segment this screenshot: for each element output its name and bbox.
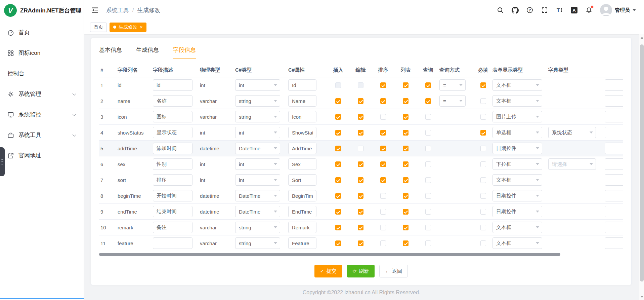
- checkbox-list[interactable]: [403, 240, 409, 246]
- tag-generate-edit[interactable]: 生成修改 ×: [110, 23, 146, 32]
- checkbox-query[interactable]: [425, 240, 431, 246]
- display-select[interactable]: 文本框: [492, 95, 542, 107]
- desc-input[interactable]: [153, 222, 192, 233]
- checkbox-insert[interactable]: [335, 161, 341, 167]
- checkbox-edit[interactable]: [358, 130, 363, 136]
- search-icon[interactable]: [497, 6, 504, 14]
- desc-input[interactable]: [153, 79, 192, 91]
- display-select[interactable]: 文本框: [492, 237, 542, 249]
- cstype-select[interactable]: DateTime: [235, 206, 280, 217]
- checkbox-sort[interactable]: [380, 146, 386, 151]
- checkbox-insert[interactable]: [335, 240, 341, 246]
- extra-input[interactable]: [605, 158, 623, 170]
- cstype-select[interactable]: string: [235, 111, 280, 122]
- checkbox-query[interactable]: [425, 225, 431, 230]
- checkbox-list[interactable]: [403, 82, 409, 88]
- refresh-button[interactable]: ⟳ 刷新: [347, 265, 375, 277]
- checkbox-required[interactable]: [480, 209, 486, 215]
- checkbox-query[interactable]: [425, 209, 431, 215]
- checkbox-sort[interactable]: [380, 161, 386, 167]
- sidebar-item-console[interactable]: 控制台: [0, 63, 84, 84]
- checkbox-insert[interactable]: [335, 114, 341, 120]
- app-logo[interactable]: V ZRAdmin.NET后台管理: [0, 0, 84, 21]
- cstype-select[interactable]: int: [235, 174, 280, 186]
- desc-input[interactable]: [153, 127, 192, 138]
- font-size-icon[interactable]: T: [556, 6, 563, 14]
- tag-home[interactable]: 首页: [90, 23, 107, 32]
- checkbox-list[interactable]: [403, 146, 409, 151]
- checkbox-insert[interactable]: [335, 193, 341, 199]
- checkbox-required[interactable]: [480, 82, 486, 88]
- checkbox-sort[interactable]: [380, 177, 386, 183]
- desc-input[interactable]: [153, 190, 192, 201]
- desc-input[interactable]: [153, 158, 192, 170]
- extra-input[interactable]: [605, 127, 623, 138]
- checkbox-edit[interactable]: [358, 82, 363, 88]
- help-icon[interactable]: ?: [526, 6, 533, 14]
- user-menu[interactable]: 管理员: [600, 4, 636, 16]
- checkbox-required[interactable]: [480, 130, 486, 136]
- checkbox-edit[interactable]: [358, 161, 363, 167]
- cstype-select[interactable]: int: [235, 79, 280, 91]
- submit-button[interactable]: ✓ 提交: [314, 265, 342, 277]
- theme-drawer-handle[interactable]: [0, 147, 5, 176]
- desc-input[interactable]: [153, 143, 192, 154]
- checkbox-required[interactable]: [480, 240, 486, 246]
- cstype-select[interactable]: int: [235, 127, 280, 138]
- desc-input[interactable]: [153, 95, 192, 107]
- csattr-input[interactable]: [288, 174, 316, 186]
- csattr-input[interactable]: [288, 79, 316, 91]
- back-button[interactable]: ← 返回: [379, 265, 408, 277]
- checkbox-list[interactable]: [403, 130, 409, 136]
- checkbox-query[interactable]: [425, 114, 431, 120]
- cstype-select[interactable]: string: [235, 95, 280, 107]
- checkbox-sort[interactable]: [380, 225, 386, 230]
- display-select[interactable]: 下拉框: [492, 158, 542, 170]
- checkbox-query[interactable]: [425, 161, 431, 167]
- csattr-input[interactable]: [288, 95, 316, 107]
- checkbox-sort[interactable]: [380, 209, 386, 215]
- checkbox-sort[interactable]: [380, 114, 386, 120]
- avatar[interactable]: [600, 4, 612, 16]
- csattr-input[interactable]: [288, 127, 316, 138]
- csattr-input[interactable]: [288, 143, 316, 154]
- csattr-input[interactable]: [288, 111, 316, 122]
- checkbox-edit[interactable]: [358, 193, 363, 199]
- github-icon[interactable]: [511, 6, 519, 14]
- extra-input[interactable]: [605, 190, 623, 201]
- desc-input[interactable]: [153, 237, 192, 249]
- checkbox-required[interactable]: [480, 177, 486, 183]
- checkbox-sort[interactable]: [380, 130, 386, 136]
- checkbox-query[interactable]: [425, 193, 431, 199]
- checkbox-query[interactable]: [425, 177, 431, 183]
- checkbox-list[interactable]: [403, 209, 409, 215]
- sidebar-item-system-manage[interactable]: 系统管理: [0, 84, 84, 104]
- cstype-select[interactable]: string: [235, 222, 280, 233]
- sidebar-item-icons[interactable]: 图标icon: [0, 43, 84, 63]
- csattr-input[interactable]: [288, 158, 316, 170]
- checkbox-list[interactable]: [403, 114, 409, 120]
- checkbox-edit[interactable]: [358, 225, 363, 230]
- vertical-scrollbar[interactable]: [639, 34, 644, 300]
- checkbox-sort[interactable]: [380, 98, 386, 104]
- checkbox-query[interactable]: [425, 98, 431, 104]
- tab-generate-info[interactable]: 生成信息: [136, 46, 159, 59]
- horizontal-scrollbar-thumb[interactable]: [99, 253, 560, 256]
- cstype-select[interactable]: DateTime: [235, 190, 280, 201]
- checkbox-insert[interactable]: [335, 82, 341, 88]
- notification-icon[interactable]: [585, 6, 593, 14]
- extra-input[interactable]: [605, 95, 623, 107]
- extra-input[interactable]: [605, 206, 623, 217]
- vertical-scrollbar-thumb[interactable]: [640, 44, 644, 282]
- checkbox-insert[interactable]: [335, 177, 341, 183]
- display-select[interactable]: 文本框: [492, 222, 542, 233]
- checkbox-list[interactable]: [403, 177, 409, 183]
- checkbox-query[interactable]: [425, 130, 431, 136]
- queryMode-select[interactable]: =: [439, 79, 466, 91]
- checkbox-list[interactable]: [403, 193, 409, 199]
- display-select[interactable]: 单选框: [492, 127, 542, 138]
- cstype-select[interactable]: DateTime: [235, 143, 280, 154]
- desc-input[interactable]: [153, 206, 192, 217]
- checkbox-insert[interactable]: [335, 146, 341, 151]
- checkbox-query[interactable]: [425, 146, 431, 151]
